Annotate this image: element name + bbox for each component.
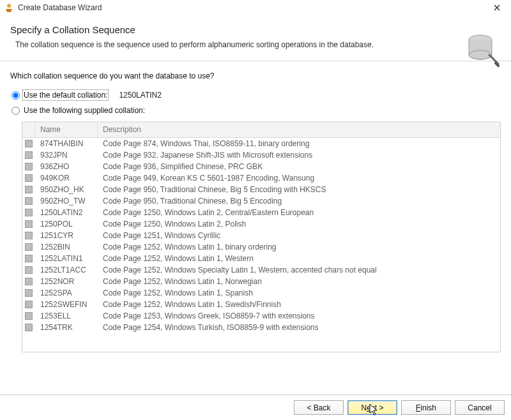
- radio-default-label[interactable]: Use the default collation:: [24, 91, 107, 100]
- table-row[interactable]: 874THAIBINCode Page 874, Windows Thai, I…: [22, 138, 500, 149]
- collation-icon: [25, 278, 33, 285]
- collation-description: Code Page 950, Traditional Chinese, Big …: [98, 185, 500, 194]
- table-row[interactable]: 1252LATIN1Code Page 1252, Windows Latin …: [22, 253, 500, 264]
- row-icon: [22, 265, 35, 275]
- collation-question: Which collation sequence do you want the…: [10, 71, 501, 80]
- collation-icon: [25, 140, 33, 147]
- collation-description: Code Page 949, Korean KS C 5601-1987 Enc…: [98, 174, 500, 183]
- row-icon: [22, 184, 35, 195]
- table-row[interactable]: 1252LT1ACCCode Page 1252, Windows Specia…: [22, 264, 500, 276]
- table-row[interactable]: 1250POLCode Page 1250, Windows Latin 2, …: [22, 218, 500, 230]
- title-bar: Create Database Wizard: [0, 0, 511, 15]
- collation-name: 1252BIN: [35, 243, 98, 251]
- table-row[interactable]: 1252SWEFINCode Page 1252, Windows Latin …: [22, 299, 500, 310]
- radio-supplied-input[interactable]: [11, 107, 20, 115]
- row-icon: [22, 139, 35, 149]
- collation-description: Code Page 1252, Windows Latin 1, Spanish: [98, 289, 500, 297]
- collation-name: 932JPN: [35, 151, 98, 160]
- collation-icon: [25, 220, 33, 228]
- collation-description: Code Page 950, Traditional Chinese, Big …: [98, 197, 500, 206]
- table-row[interactable]: 950ZHO_TWCode Page 950, Traditional Chin…: [22, 195, 500, 207]
- collation-icon: [25, 232, 33, 239]
- collation-icon: [25, 312, 33, 320]
- collation-description: Code Page 1250, Windows Latin 2, Polish: [98, 220, 500, 229]
- table-row[interactable]: 1252BINCode Page 1252, Windows Latin 1, …: [22, 241, 500, 253]
- cancel-button[interactable]: Cancel: [455, 400, 505, 415]
- row-icon: [22, 276, 35, 287]
- collation-icon: [25, 151, 33, 159]
- wizard-footer: < Back Next > Finish Cancel: [0, 394, 511, 420]
- collation-icon: [25, 255, 33, 262]
- window-title: Create Database Wizard: [18, 3, 487, 12]
- collation-name: 1252SWEFIN: [35, 300, 98, 309]
- row-icon: [22, 196, 35, 206]
- collation-grid: Name Description 874THAIBINCode Page 874…: [22, 121, 501, 352]
- table-row[interactable]: 1253ELLCode Page 1253, Windows Greek, IS…: [22, 310, 500, 322]
- database-wizard-icon: [461, 29, 503, 71]
- collation-description: Code Page 874, Windows Thai, ISO8859-11,…: [98, 139, 500, 148]
- collation-icon: [25, 209, 33, 216]
- collation-name: 1254TRK: [35, 323, 98, 332]
- radio-supplied-label[interactable]: Use the following supplied collation:: [24, 106, 145, 115]
- table-row[interactable]: 1254TRKCode Page 1254, Windows Turkish, …: [22, 322, 500, 333]
- collation-description: Code Page 1252, Windows Specialty Latin …: [98, 266, 500, 274]
- collation-name: 1252LT1ACC: [35, 266, 98, 274]
- collation-description: Code Page 1253, Windows Greek, ISO8859-7…: [98, 311, 500, 320]
- table-row[interactable]: 950ZHO_HKCode Page 950, Traditional Chin…: [22, 184, 500, 195]
- row-icon: [22, 288, 35, 298]
- collation-icon: [25, 266, 33, 274]
- table-row[interactable]: 1252NORCode Page 1252, Windows Latin 1, …: [22, 276, 500, 287]
- collation-name: 936ZHO: [35, 162, 98, 171]
- row-icon: [22, 173, 35, 183]
- default-collation-value: 1250LATIN2: [119, 91, 162, 100]
- collation-name: 950ZHO_HK: [35, 185, 98, 194]
- grid-body[interactable]: 874THAIBINCode Page 874, Windows Thai, I…: [22, 138, 500, 352]
- collation-name: 949KOR: [35, 174, 98, 183]
- collation-icon: [25, 324, 33, 331]
- collation-name: 1251CYR: [35, 231, 98, 240]
- radio-default-collation[interactable]: Use the default collation: 1250LATIN2: [10, 91, 501, 100]
- collation-icon: [25, 289, 33, 297]
- page-description: The collation sequence is the sequence u…: [10, 40, 501, 49]
- next-button[interactable]: Next >: [347, 400, 397, 415]
- table-row[interactable]: 936ZHOCode Page 936, Simplified Chinese,…: [22, 161, 500, 172]
- close-button[interactable]: [487, 1, 507, 14]
- table-row[interactable]: 1250LATIN2Code Page 1250, Windows Latin …: [22, 207, 500, 218]
- collation-description: Code Page 1252, Windows Latin 1, binary …: [98, 243, 500, 251]
- row-icon: [22, 253, 35, 264]
- collation-description: Code Page 932, Japanese Shift-JIS with M…: [98, 151, 500, 160]
- grid-header: Name Description: [22, 123, 500, 138]
- grid-header-icon-col: [22, 123, 35, 137]
- grid-header-name[interactable]: Name: [35, 123, 98, 137]
- row-icon: [22, 230, 35, 241]
- row-icon: [22, 150, 35, 160]
- finish-button[interactable]: Finish: [401, 400, 451, 415]
- collation-name: 1252LATIN1: [35, 254, 98, 263]
- table-row[interactable]: 1251CYRCode Page 1251, Windows Cyrillic: [22, 230, 500, 241]
- collation-description: Code Page 1252, Windows Latin 1, Western: [98, 254, 500, 263]
- grid-header-desc[interactable]: Description: [98, 123, 500, 137]
- back-button[interactable]: < Back: [294, 400, 344, 415]
- table-row[interactable]: 949KORCode Page 949, Korean KS C 5601-19…: [22, 172, 500, 184]
- collation-description: Code Page 1252, Windows Latin 1, Swedish…: [98, 300, 500, 309]
- collation-name: 950ZHO_TW: [35, 197, 98, 206]
- collation-name: 1250POL: [35, 220, 98, 229]
- collation-icon: [25, 174, 33, 182]
- row-icon: [22, 322, 35, 333]
- collation-icon: [25, 197, 33, 205]
- collation-description: Code Page 1251, Windows Cyrillic: [98, 231, 500, 240]
- collation-icon: [25, 301, 33, 308]
- collation-name: 1252NOR: [35, 277, 98, 286]
- page-title: Specify a Collation Sequence: [10, 24, 501, 35]
- collation-description: Code Page 1252, Windows Latin 1, Norwegi…: [98, 277, 500, 286]
- collation-name: 1250LATIN2: [35, 208, 98, 217]
- row-icon: [22, 161, 35, 172]
- row-icon: [22, 207, 35, 218]
- radio-supplied-collation[interactable]: Use the following supplied collation:: [10, 106, 501, 115]
- table-row[interactable]: 932JPNCode Page 932, Japanese Shift-JIS …: [22, 149, 500, 161]
- table-row[interactable]: 1252SPACode Page 1252, Windows Latin 1, …: [22, 287, 500, 299]
- radio-default-input[interactable]: [11, 91, 20, 100]
- row-icon: [22, 311, 35, 321]
- row-icon: [22, 299, 35, 310]
- app-icon: [4, 3, 14, 13]
